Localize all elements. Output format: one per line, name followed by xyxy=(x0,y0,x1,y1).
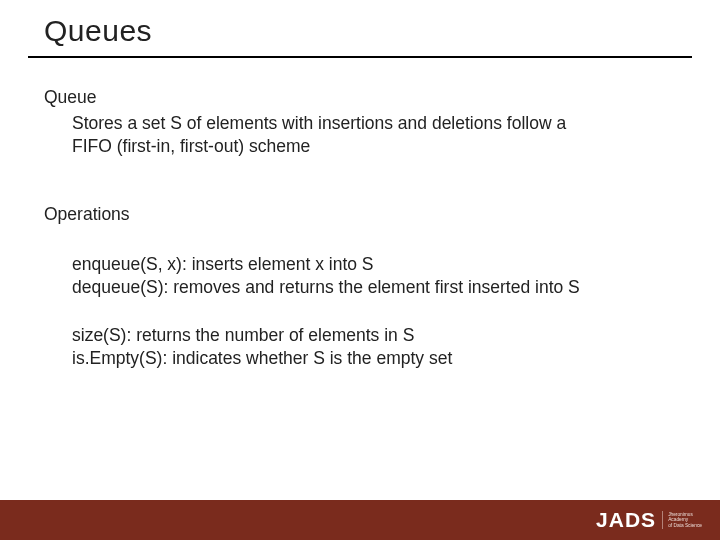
slide-content: Queue Stores a set S of elements with in… xyxy=(0,58,720,371)
operations-group-2: size(S): returns the number of elements … xyxy=(44,324,672,371)
queue-definition: Stores a set S of elements with insertio… xyxy=(44,112,672,159)
queue-def-line-1: Stores a set S of elements with insertio… xyxy=(72,112,672,136)
slide-title: Queues xyxy=(0,0,720,56)
logo-tagline: Jheronimus Academy of Data Science xyxy=(662,511,702,529)
footer-bar: JADS Jheronimus Academy of Data Science xyxy=(0,500,720,540)
spacer xyxy=(44,300,672,324)
section-head-queue: Queue xyxy=(44,86,672,110)
slide: Queues Queue Stores a set S of elements … xyxy=(0,0,720,540)
logo-text: JADS xyxy=(596,508,656,532)
spacer xyxy=(44,159,672,203)
operations-group-1: enqueue(S, x): inserts element x into S … xyxy=(44,253,672,300)
operation-isempty: is.Empty(S): indicates whether S is the … xyxy=(72,347,672,371)
section-head-operations: Operations xyxy=(44,203,672,227)
queue-def-line-2: FIFO (first-in, first-out) scheme xyxy=(72,135,672,159)
operation-dequeue: dequeue(S): removes and returns the elem… xyxy=(72,276,672,300)
logo-tag-line-3: of Data Science xyxy=(668,523,702,528)
spacer xyxy=(44,229,672,253)
jads-logo: JADS Jheronimus Academy of Data Science xyxy=(596,508,702,532)
operation-enqueue: enqueue(S, x): inserts element x into S xyxy=(72,253,672,277)
operation-size: size(S): returns the number of elements … xyxy=(72,324,672,348)
